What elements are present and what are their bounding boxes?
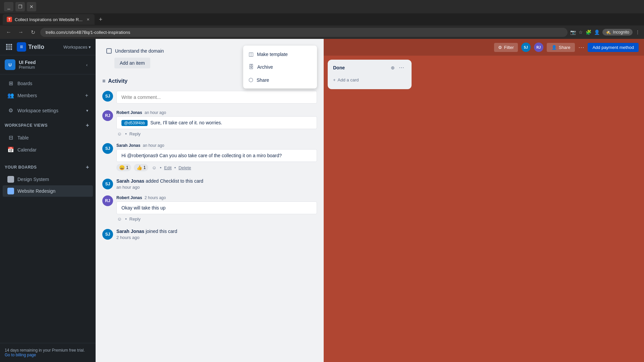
archive-icon: 🗄 xyxy=(249,64,254,70)
board-header: ⚙ Filter SJ RJ 👤 Share ⋯ Add payment met… xyxy=(324,39,644,56)
comment-meta-robert-2: Robert Jonas 2 hours ago xyxy=(116,195,317,200)
workspace-info: U UI Feed Premium ‹ xyxy=(0,55,96,74)
sidebar: ≡ Trello Workspaces ▾ U UI Feed Premium … xyxy=(0,39,96,362)
sidebar-item-members[interactable]: 👥 Members + xyxy=(3,89,93,101)
workspace-avatar: U xyxy=(5,59,15,70)
address-bar-icons: 📷 ☆ 🧩 👤 xyxy=(570,29,600,35)
sarah-avatar-1: SJ xyxy=(102,143,113,154)
reply-link-2[interactable]: Reply xyxy=(129,217,141,222)
browser-menu-icon[interactable]: ⋮ xyxy=(635,29,640,35)
app-layout: ≡ Trello Workspaces ▾ U UI Feed Premium … xyxy=(0,39,644,362)
close-button[interactable]: ✕ xyxy=(27,2,36,11)
comment-actions-sarah-1: 😄 1 👍 1 ☺ • Edit • Delete xyxy=(116,164,317,171)
sidebar-item-calendar[interactable]: 📅 Calendar xyxy=(3,144,93,156)
board-columns: Done ⊕ ⋯ + Add a card xyxy=(324,56,644,93)
forward-button[interactable]: → xyxy=(16,27,25,37)
calendar-icon: 📅 xyxy=(7,146,14,153)
sidebar-item-boards[interactable]: ⊞ Boards xyxy=(3,77,93,89)
add-workspace-view-button[interactable]: + xyxy=(84,122,91,129)
reply-link-1[interactable]: Reply xyxy=(129,131,141,136)
sidebar-nav: ⊞ Boards 👥 Members + xyxy=(0,74,96,104)
system-event-joined-text: Sarah Jonas joined this card 2 hours ago xyxy=(116,228,177,240)
comment-author-robert-1: Robert Jonas xyxy=(116,110,142,115)
comment-robert-2: RJ Robert Jonas 2 hours ago Okay will ta… xyxy=(102,195,317,222)
comment-author-sarah-1: Sarah Jonas xyxy=(116,143,140,148)
sidebar-item-table[interactable]: ⊟ Table xyxy=(3,132,93,143)
add-board-button[interactable]: + xyxy=(84,164,91,171)
tab-close-button[interactable]: ✕ xyxy=(85,17,91,22)
add-reaction-button-2[interactable]: ☺ xyxy=(151,165,157,170)
sidebar-workspace-views: Workspace views + ⊟ Table 📅 Calendar xyxy=(0,117,96,159)
activity-title: ≡ Activity xyxy=(102,78,127,84)
add-card-label: Add a card xyxy=(338,77,359,82)
column-menu-button[interactable]: ⋯ xyxy=(397,64,406,71)
sidebar-board-design-system[interactable]: Design System xyxy=(3,174,93,185)
checklist-checkbox[interactable] xyxy=(106,48,112,54)
filter-button[interactable]: ⚙ Filter xyxy=(494,43,518,52)
share-label: Share xyxy=(257,77,269,83)
apps-icon[interactable] xyxy=(5,43,13,51)
context-menu-archive[interactable]: 🗄 Archive xyxy=(243,61,317,73)
minimize-button[interactable]: ⎯ xyxy=(4,2,13,11)
board-name-design-system: Design System xyxy=(17,177,49,182)
edit-link-1[interactable]: Edit xyxy=(164,165,171,170)
boards-icon: ⊞ xyxy=(7,80,14,86)
back-button[interactable]: ← xyxy=(4,27,13,37)
sidebar-header: ≡ Trello Workspaces ▾ xyxy=(0,39,96,55)
comment-actions-robert-1: ☺ • Reply xyxy=(116,131,317,136)
sidebar-collapse-button[interactable]: ‹ xyxy=(83,61,91,69)
system-event-author-2: Sarah Jonas xyxy=(116,229,144,234)
board-more-options[interactable]: ⋯ xyxy=(578,44,584,51)
sidebar-item-workspace-settings[interactable]: ⚙ Workspace settings ▾ xyxy=(3,105,93,116)
comment-time-sarah-1: an hour ago xyxy=(143,143,164,148)
comment-time-robert-2: 2 hours ago xyxy=(145,195,166,200)
add-reaction-button-1[interactable]: ☺ xyxy=(116,131,122,136)
system-event-action-1: added Checklist to this card xyxy=(146,178,203,184)
add-card-button[interactable]: + Add a card xyxy=(330,75,409,85)
window-controls: ⎯ ❐ ✕ xyxy=(4,2,36,11)
current-user-avatar: SJ xyxy=(102,91,113,102)
emoji-reaction-smile[interactable]: 😄 1 xyxy=(116,164,131,171)
board-name-website-redesign: Website Redesign xyxy=(17,188,55,194)
tab-title: Collect Inspirations on Website R... xyxy=(15,17,83,22)
main-content: Understand the domain Add an item ≡ Acti… xyxy=(96,39,644,362)
comment-body-robert-1: Robert Jonas an hour ago @d539f4bb Sure,… xyxy=(116,110,317,136)
delete-link-1[interactable]: Delete xyxy=(178,165,191,170)
billing-link[interactable]: Go to billing page xyxy=(5,353,36,357)
workspaces-toggle[interactable]: Workspaces ▾ xyxy=(63,45,91,50)
comment-sarah-1: SJ Sarah Jonas an hour ago Hi @robertjon… xyxy=(102,143,317,171)
emoji-reaction-thumbs[interactable]: 👍 1 xyxy=(134,164,149,171)
sarah-avatar-3: SJ xyxy=(102,229,113,240)
profile-icon[interactable]: 👤 xyxy=(594,29,600,35)
add-reaction-button-3[interactable]: ☺ xyxy=(116,216,122,222)
new-tab-button[interactable]: + xyxy=(96,15,105,24)
board-member-avatar-rj: RJ xyxy=(534,43,543,52)
column-header-done: Done ⊕ ⋯ xyxy=(330,64,409,71)
trello-logo-icon: ≡ xyxy=(17,42,26,52)
comment-actions-robert-2: ☺ • Reply xyxy=(116,216,317,222)
filter-icon: ⚙ xyxy=(498,45,502,50)
maximize-button[interactable]: ❐ xyxy=(15,2,25,11)
context-menu-panel: ◫ Make template 🗄 Archive ⬡ Share xyxy=(243,46,317,88)
active-tab[interactable]: T Collect Inspirations on Website R... ✕ xyxy=(3,14,95,25)
copy-card-button[interactable]: ⊕ xyxy=(390,64,395,71)
refresh-button[interactable]: ↻ xyxy=(28,27,38,37)
board-color-design-system xyxy=(7,176,14,183)
comment-input[interactable] xyxy=(116,91,317,104)
board-area: ⚙ Filter SJ RJ 👤 Share ⋯ Add payment met… xyxy=(324,39,644,362)
mention-badge: @d539f4bb xyxy=(121,120,148,126)
comment-author-robert-2: Robert Jonas xyxy=(116,195,142,200)
add-member-icon[interactable]: + xyxy=(85,93,88,99)
add-payment-button[interactable]: Add payment method xyxy=(588,43,639,52)
add-item-button[interactable]: Add an item xyxy=(114,58,150,68)
board-share-button[interactable]: 👤 Share xyxy=(547,43,575,52)
context-menu-share[interactable]: ⬡ Share xyxy=(243,73,317,86)
board-column-done: Done ⊕ ⋯ + Add a card xyxy=(328,60,412,89)
url-input[interactable] xyxy=(40,28,568,37)
trello-logo[interactable]: ≡ Trello xyxy=(17,42,44,52)
star-icon[interactable]: ☆ xyxy=(579,29,583,35)
context-menu-make-template[interactable]: ◫ Make template xyxy=(243,48,317,61)
workspace-name: UI Feed xyxy=(19,60,79,65)
extensions-icon[interactable]: 🧩 xyxy=(586,29,591,35)
sidebar-board-website-redesign[interactable]: Website Redesign xyxy=(3,185,93,197)
